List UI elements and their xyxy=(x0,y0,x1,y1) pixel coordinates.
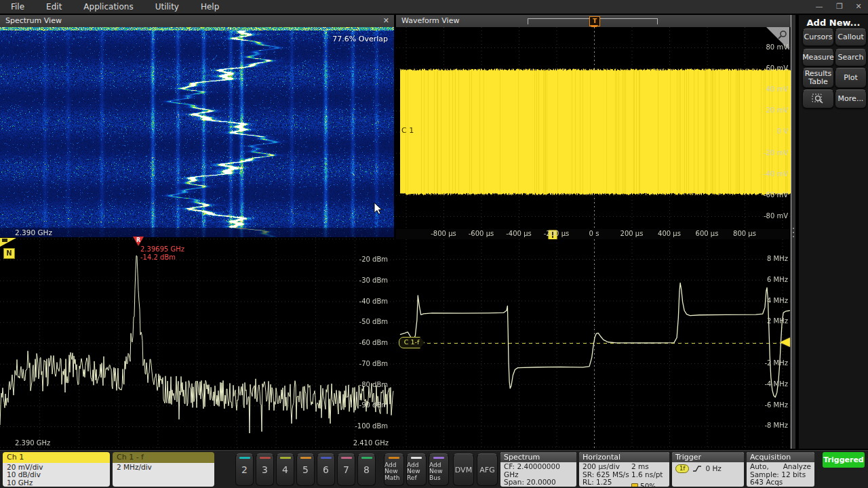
more-button[interactable]: More... xyxy=(835,89,867,108)
acquisition-settings-badge[interactable]: Acquisition Auto,Analyze Sample: 12 bits… xyxy=(747,452,814,487)
add-new-math-label: Add New Math xyxy=(384,462,403,482)
horizontal-resolution: 1.6 ns/pt xyxy=(631,471,663,479)
marker-frequency-readout: 2.39695 GHz xyxy=(140,245,184,253)
channel-4-color-stripe xyxy=(280,457,291,459)
add-new-header: Add New... xyxy=(799,18,868,28)
waveform-view-window: Waveform View T C 1 T C 1-f xyxy=(396,15,795,449)
minimize-icon[interactable]: — xyxy=(811,0,827,14)
box-zoom-button[interactable] xyxy=(802,89,834,108)
dvm-button[interactable]: DVM xyxy=(453,453,474,486)
acquisition-mode: Auto, xyxy=(750,463,769,471)
add-results-table-button[interactable]: Results Table xyxy=(802,68,834,88)
spectrum-x-start-label: 2.390 GHz xyxy=(15,439,50,447)
channel-8-color-stripe xyxy=(361,457,372,459)
channel-1-handle[interactable]: C 1 xyxy=(401,126,414,135)
acquisition-analyze: Analyze xyxy=(783,463,811,471)
add-new-bus-label: Add New Bus xyxy=(429,462,448,482)
channel-7-color-stripe xyxy=(341,457,352,459)
horizontal-badge-title: Horizontal xyxy=(579,452,669,462)
channel-7-button[interactable]: 7 xyxy=(337,453,355,486)
channel-6-button[interactable]: 6 xyxy=(317,453,335,486)
add-callout-button[interactable]: Callout xyxy=(835,28,867,46)
channel-1-badge-title: Ch 1 xyxy=(3,452,110,463)
math-zero-level-arrow-icon[interactable] xyxy=(780,338,790,347)
acquisition-badge-title: Acquisition xyxy=(747,452,814,462)
afg-button[interactable]: AFG xyxy=(477,453,498,486)
add-plot-button[interactable]: Plot xyxy=(835,68,867,88)
horizontal-window: 2 ms xyxy=(631,463,649,471)
expansion-point-mini-icon xyxy=(631,483,638,487)
spectrum-badge-title: Spectrum xyxy=(500,452,576,462)
trigger-badge-title: Trigger xyxy=(672,452,744,462)
channel-8-button[interactable]: 8 xyxy=(357,453,376,486)
triggered-status-badge[interactable]: Triggered xyxy=(823,452,865,468)
math-color-stripe xyxy=(389,457,399,459)
spectrum-settings-badge[interactable]: Spectrum CF: 2.40000000 GHz Span: 20.000… xyxy=(500,452,576,487)
ref-color-stripe xyxy=(411,457,422,459)
menu-utility[interactable]: Utility xyxy=(144,0,190,14)
channel-1-bandwidth: 10 GHz xyxy=(7,479,106,487)
channel-5-button[interactable]: 5 xyxy=(296,453,315,486)
channel-7-label: 7 xyxy=(343,464,349,475)
math-f-scale: 2 MHz/div xyxy=(117,464,210,471)
oscilloscope-app: File Edit Applications Utility Help — ❐ … xyxy=(0,0,868,488)
horizontal-record-length: RL: 1.25 Mpts xyxy=(583,479,631,487)
add-cursors-button[interactable]: Cursors xyxy=(802,28,834,46)
restore-icon[interactable]: ❐ xyxy=(831,0,848,14)
box-zoom-icon xyxy=(812,93,825,105)
trigger-frequency: 0 Hz xyxy=(705,465,721,473)
channel-4-button[interactable]: 4 xyxy=(276,453,294,486)
spectrum-view-window: Spectrum View ✕ 77.6% Overlap 2.390 GHz … xyxy=(0,15,394,449)
bus-color-stripe xyxy=(433,457,444,459)
horizontal-scale: 200 µs/div xyxy=(583,463,631,471)
add-search-button[interactable]: Search xyxy=(835,49,867,66)
channel-1-badge[interactable]: Ch 1 20 mV/div 10 dB/div 10 GHz xyxy=(3,452,110,487)
spectrum-view-close-icon[interactable]: ✕ xyxy=(383,15,389,27)
normal-trace-badge[interactable]: N xyxy=(3,248,15,259)
spectrum-plot[interactable] xyxy=(0,237,394,449)
channel-2-color-stripe xyxy=(239,457,250,459)
menu-edit[interactable]: Edit xyxy=(35,0,73,14)
pane-splitter[interactable] xyxy=(791,15,795,449)
menu-applications[interactable]: Applications xyxy=(73,0,144,14)
magnifier-icon xyxy=(777,30,788,41)
overlap-label: 77.6% Overlap xyxy=(298,35,388,43)
menu-bar: File Edit Applications Utility Help xyxy=(0,0,868,14)
spectrum-span: Span: 20.0000 MHz xyxy=(504,479,573,487)
marker-amplitude-readout: -14.2 dBm xyxy=(140,253,176,261)
add-new-math-button[interactable]: Add New Math xyxy=(384,453,404,486)
menu-file[interactable]: File xyxy=(0,0,35,14)
channel-3-label: 3 xyxy=(262,464,268,475)
horizontal-settings-badge[interactable]: Horizontal 200 µs/div2 ms SR: 625 MS/s1.… xyxy=(579,452,669,487)
waveform-view-title: Waveform View xyxy=(401,16,459,25)
time-axis-strip xyxy=(396,229,791,240)
spectrogram-start-freq-label: 2.390 GHz xyxy=(15,228,52,237)
math-f-badge[interactable]: Ch 1 - f 2 MHz/div xyxy=(113,452,214,487)
channel-6-label: 6 xyxy=(323,464,329,475)
expansion-point-icon[interactable] xyxy=(548,230,557,240)
channel-3-button[interactable]: 3 xyxy=(256,453,274,486)
spectrum-cf: CF: 2.40000000 GHz xyxy=(504,463,573,479)
fm-demod-plot[interactable] xyxy=(396,239,795,449)
horizontal-position: 50% xyxy=(640,483,656,487)
spectrogram-axis-strip: 2.390 GHz xyxy=(0,228,394,237)
acquisition-count: 643 Acqs xyxy=(750,479,811,487)
channel-3-color-stripe xyxy=(260,457,271,459)
spectrum-view-title: Spectrum View xyxy=(5,16,62,25)
spectrum-view-titlebar[interactable]: Spectrum View ✕ xyxy=(0,15,394,27)
channel-2-label: 2 xyxy=(241,464,248,475)
add-new-ref-button[interactable]: Add New Ref xyxy=(406,453,427,486)
spectrogram-plot[interactable] xyxy=(0,27,394,237)
mouse-cursor xyxy=(374,202,383,216)
add-new-bus-button[interactable]: Add New Bus xyxy=(429,453,449,486)
close-icon[interactable]: ✕ xyxy=(850,0,867,14)
waveform-plot[interactable] xyxy=(396,27,795,229)
channel-5-label: 5 xyxy=(302,464,309,475)
math-f-handle[interactable]: C 1-f xyxy=(399,337,425,348)
afg-label: AFG xyxy=(479,466,494,474)
dvm-label: DVM xyxy=(455,466,472,474)
menu-help[interactable]: Help xyxy=(190,0,230,14)
trigger-settings-badge[interactable]: Trigger 1f 0 Hz xyxy=(672,452,744,487)
channel-2-button[interactable]: 2 xyxy=(235,453,254,486)
add-measure-button[interactable]: Measure xyxy=(802,49,834,66)
